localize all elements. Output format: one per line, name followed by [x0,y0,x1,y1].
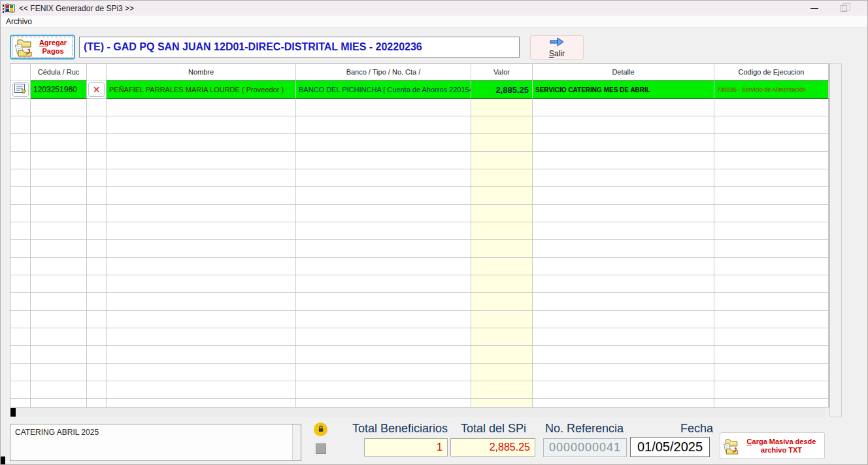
total-spi-label: Total del SPi [452,422,535,436]
grid-cell [31,346,87,364]
entity-name-field[interactable] [79,37,520,58]
grid-cell [296,311,471,328]
restore-button[interactable] [829,1,858,16]
grid-cell [107,152,296,169]
grid-cell [533,399,714,407]
empty-grid-row [10,275,829,293]
grid-cell [296,169,471,187]
fecha-field[interactable]: 01/05/2025 [630,437,710,457]
grid-cell [87,134,107,152]
grid-cell-valor [471,134,533,152]
grid-cell [714,187,829,205]
delete-row-button[interactable]: ✕ [88,82,105,97]
grid-cell [31,169,87,187]
grid-cell [296,399,471,407]
grid-cell [31,275,87,293]
grid-cell [296,258,471,275]
grid-cell [714,258,829,275]
total-beneficiarios-field[interactable]: 1 [364,438,448,456]
textarea-scrollbar[interactable] [292,424,301,460]
grid-cell [533,99,714,116]
nombre-cell[interactable]: PEÑAFIEL PARRALES MARIA LOURDE ( Proveed… [107,80,296,99]
table-horizontal-scrollbar[interactable] [10,407,826,417]
total-spi-field[interactable]: 2,885.25 [450,438,535,456]
salir-label: Salir [549,49,565,58]
grid-cell [10,381,31,399]
grid-cell [31,152,87,169]
grid-cell [107,222,296,240]
grid-cell [533,258,714,275]
edit-cell [10,80,31,99]
agregar-pagos-button[interactable]: Agregar Pagos [10,35,75,60]
grid-cell [107,346,296,364]
grid-cell [533,169,714,187]
grid-cell [533,152,714,169]
padlock-icon [317,424,325,436]
grid-cell [714,169,829,187]
grid-cell [107,187,296,205]
grid-cell [10,399,31,407]
banco-cell[interactable]: BANCO DEL PICHINCHA [ Cuenta de Ahorros … [296,80,471,99]
grid-cell [714,293,829,311]
status-square [316,443,326,454]
window-controls [799,1,867,16]
header-detalle: Detalle [533,64,714,80]
table-vertical-scrollbar[interactable] [829,63,842,417]
grid-cell [296,275,471,293]
carga-masiva-button[interactable]: Carga Masiva desde archivo TXT [720,432,825,459]
grid-cell [107,169,296,187]
grid-cell [10,187,31,205]
grid-cell [296,116,471,134]
grid-cell [31,187,87,205]
referencia-field[interactable]: 0000000041 [543,438,627,457]
salir-button[interactable]: Salir [530,35,584,60]
empty-grid-row [10,222,829,240]
grid-cell-valor [471,275,533,293]
lock-badge [314,422,327,436]
edit-row-button[interactable] [12,82,29,97]
grid-cell [107,311,296,328]
grid-cell [714,205,829,222]
grid-cell-valor [471,116,533,134]
descripcion-textarea[interactable]: CATERING ABRIL 2025 [10,424,301,460]
grid-cell [533,116,714,134]
grid-cell [533,311,714,328]
grid-cell [87,381,107,399]
grid-cell [107,99,296,116]
header-cedula: Cédula / Ruc [31,64,87,80]
grid-cell [296,134,471,152]
minimize-icon [810,8,818,9]
valor-cell[interactable]: 2,885.25 [471,80,533,99]
delete-cell: ✕ [87,80,107,99]
agregar-pagos-label: Agregar Pagos [35,39,71,55]
grid-cell-valor [471,152,533,169]
grid-cell [107,364,296,381]
empty-grid-row [10,134,829,152]
menu-item-archivo[interactable]: Archivo [1,17,37,26]
grid-cell [87,311,107,328]
payment-row[interactable]: 1203251960 ✕ PEÑAFIEL PARRALES MARIA LOU… [10,80,829,99]
detalle-cell[interactable]: SERVICIO CATERING MES DE ABRIL [533,80,714,99]
grid-cell-valor [471,187,533,205]
grid-cell [87,275,107,293]
bottom-left-marker [1,456,5,465]
grid-cell-valor [471,399,533,407]
folder-transfer-icon [723,438,741,455]
grid-cell [296,381,471,399]
grid-cell [296,293,471,311]
header-delete-column [87,64,107,80]
grid-cell [31,222,87,240]
grid-cell [87,187,107,205]
grid-cell-valor [471,205,533,222]
cedula-cell[interactable]: 1203251960 [31,80,87,99]
codigo-cell[interactable]: 730235 - Servicio de Alimentación [714,80,829,99]
app-window: << FENIX Generador de SPi3 >> Archivo Ag… [0,0,868,465]
grid-cell [714,99,829,116]
grid-cell [296,99,471,116]
minimize-button[interactable] [799,1,829,16]
grid-cell [31,328,87,346]
form-edit-icon [14,82,27,97]
grid-cell [533,275,714,293]
horizontal-scrollbar-thumb[interactable] [10,408,16,417]
grid-cell [10,169,31,187]
